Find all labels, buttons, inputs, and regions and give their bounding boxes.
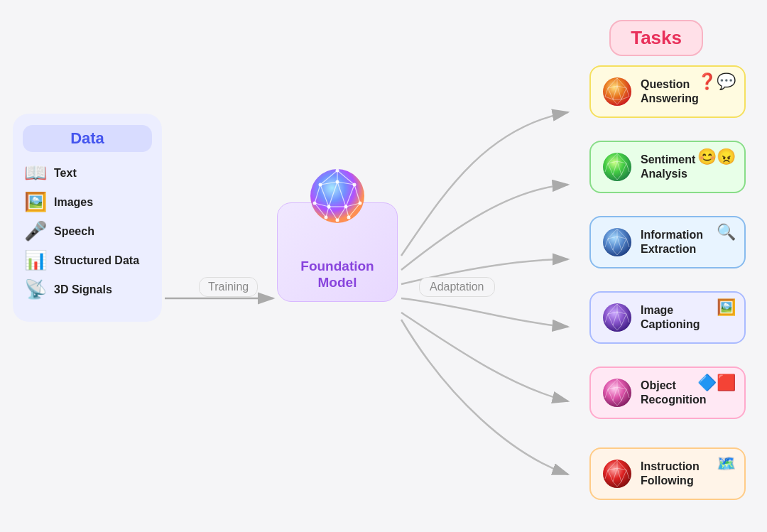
svg-point-30	[359, 202, 362, 205]
data-title-box: Data	[23, 125, 152, 152]
imgcap-icon: 🖼️	[717, 298, 736, 317]
qa-sphere	[601, 75, 633, 108]
data-item-text: 📖 Text	[23, 162, 152, 184]
adaptation-label: Adaptation	[419, 277, 495, 297]
svg-point-29	[344, 205, 348, 209]
task-image-captioning: Image Captioning 🖼️	[589, 291, 746, 344]
data-item-images: 🖼️ Images	[23, 191, 152, 213]
svg-point-26	[353, 183, 357, 187]
task-instruction-following: Instruction Following 🗺️	[589, 447, 746, 500]
info-icon: 🔍	[717, 223, 736, 241]
data-item-speech: 🎤 Speech	[23, 220, 152, 242]
svg-point-32	[336, 219, 339, 222]
tasks-title: Tasks	[609, 20, 703, 56]
instruct-icon: 🗺️	[717, 455, 736, 473]
sentiment-label: SentimentAnalysis	[641, 153, 695, 181]
data-item-3d: 📡 3D Signals	[23, 278, 152, 300]
svg-point-31	[325, 216, 328, 219]
task-object-recognition: Object Recognition 🔷🟥	[589, 367, 746, 419]
structured-label: Structured Data	[54, 254, 139, 267]
info-sphere	[601, 226, 633, 259]
speech-icon: 🎤	[23, 220, 48, 242]
objrec-icon: 🔷🟥	[697, 374, 736, 392]
imgcap-sphere	[601, 301, 633, 334]
instruct-sphere	[601, 457, 633, 490]
text-icon: 📖	[23, 162, 48, 184]
data-title: Data	[70, 129, 104, 147]
svg-point-33	[347, 216, 351, 219]
objrec-sphere	[601, 376, 633, 409]
training-label: Training	[199, 277, 258, 297]
text-label: Text	[54, 167, 77, 180]
data-item-structured: 📊 Structured Data	[23, 249, 152, 271]
qa-icon: ❓💬	[697, 72, 736, 91]
3d-icon: 📡	[23, 278, 48, 300]
speech-label: Speech	[54, 225, 94, 238]
task-info-extraction: Information Extraction 🔍	[589, 216, 746, 268]
svg-point-24	[319, 183, 322, 187]
images-icon: 🖼️	[23, 191, 48, 213]
structured-icon: 📊	[23, 249, 48, 271]
svg-point-25	[336, 180, 339, 184]
images-label: Images	[54, 196, 93, 209]
sentiment-icon: 😊😠	[697, 148, 736, 166]
data-panel: Data 📖 Text 🖼️ Images 🎤 Speech 📊 Structu…	[13, 114, 162, 322]
svg-point-28	[327, 205, 331, 209]
3d-label: 3D Signals	[54, 283, 112, 296]
foundation-model-sphere	[308, 168, 368, 224]
task-sentiment: SentimentAnalysis 😊😠	[589, 141, 746, 193]
sentiment-sphere	[601, 151, 633, 183]
foundation-model-label: FoundationModel	[300, 259, 374, 291]
task-question-answering: Question Answering ❓💬	[589, 65, 746, 118]
svg-point-27	[313, 202, 317, 205]
foundation-model-box: FoundationModel	[277, 202, 398, 302]
svg-point-23	[336, 169, 339, 173]
